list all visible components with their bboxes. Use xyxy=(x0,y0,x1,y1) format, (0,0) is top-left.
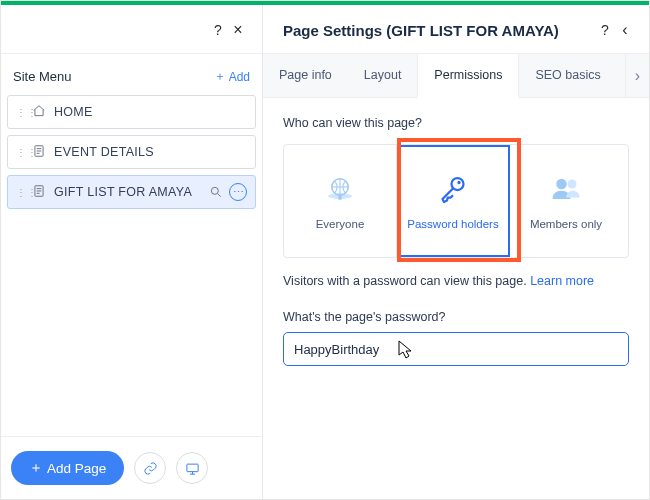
permission-options: Everyone Password holders xyxy=(283,144,629,258)
help-icon[interactable]: ? xyxy=(208,22,228,38)
password-input[interactable] xyxy=(283,332,629,366)
svg-point-2 xyxy=(211,187,218,194)
tabs-scroll-right-icon[interactable]: › xyxy=(625,54,649,97)
cursor-icon xyxy=(396,339,414,361)
site-menu-title: Site Menu xyxy=(13,69,214,84)
tab-page-info[interactable]: Page info xyxy=(263,54,348,97)
page-settings-title: Page Settings (GIFT LIST FOR AMAYA) xyxy=(283,22,595,39)
svg-point-9 xyxy=(556,179,567,190)
desktop-icon[interactable] xyxy=(176,452,208,484)
more-icon[interactable]: ⋯ xyxy=(229,183,247,201)
drag-handle-icon[interactable]: ⋮⋮ xyxy=(16,109,24,116)
svg-point-7 xyxy=(452,178,464,190)
tab-seo-basics[interactable]: SEO basics xyxy=(519,54,616,97)
key-icon xyxy=(435,172,471,208)
permission-description: Visitors with a password can view this p… xyxy=(283,274,629,288)
tab-bar: Page info Layout Permissions SEO basics … xyxy=(263,54,649,98)
help-icon[interactable]: ? xyxy=(595,22,615,38)
tab-layout[interactable]: Layout xyxy=(348,54,418,97)
tab-permissions[interactable]: Permissions xyxy=(417,54,519,98)
svg-point-8 xyxy=(457,181,460,184)
link-icon[interactable] xyxy=(134,452,166,484)
site-menu-list: ⋮⋮ HOME ⋮⋮ EVENT DETAILS ⋮⋮ xyxy=(1,95,262,209)
who-can-view-label: Who can view this page? xyxy=(283,116,629,130)
page-icon xyxy=(32,184,46,201)
drag-handle-icon[interactable]: ⋮⋮ xyxy=(16,149,24,156)
home-icon xyxy=(32,104,46,121)
svg-point-10 xyxy=(568,180,577,189)
close-icon[interactable]: × xyxy=(228,21,248,39)
option-everyone[interactable]: Everyone xyxy=(284,145,397,257)
password-field-label: What's the page's password? xyxy=(283,310,629,324)
option-members-only[interactable]: Members only xyxy=(510,145,628,257)
add-menu-item[interactable]: ＋ Add xyxy=(214,68,250,85)
globe-icon xyxy=(322,172,358,208)
menu-item-home[interactable]: ⋮⋮ HOME xyxy=(7,95,256,129)
members-icon xyxy=(548,172,584,208)
learn-more-link[interactable]: Learn more xyxy=(530,274,594,288)
chevron-left-icon[interactable]: ‹ xyxy=(615,21,635,39)
svg-rect-3 xyxy=(187,464,198,472)
drag-handle-icon[interactable]: ⋮⋮ xyxy=(16,189,24,196)
menu-item-gift-list[interactable]: ⋮⋮ GIFT LIST FOR AMAYA ⋯ xyxy=(7,175,256,209)
option-password-holders[interactable]: Password holders xyxy=(397,145,510,257)
page-icon xyxy=(32,144,46,161)
menu-item-event-details[interactable]: ⋮⋮ EVENT DETAILS xyxy=(7,135,256,169)
search-icon[interactable] xyxy=(209,185,223,199)
add-page-button[interactable]: ＋ Add Page xyxy=(11,451,124,485)
svg-rect-6 xyxy=(339,195,342,200)
